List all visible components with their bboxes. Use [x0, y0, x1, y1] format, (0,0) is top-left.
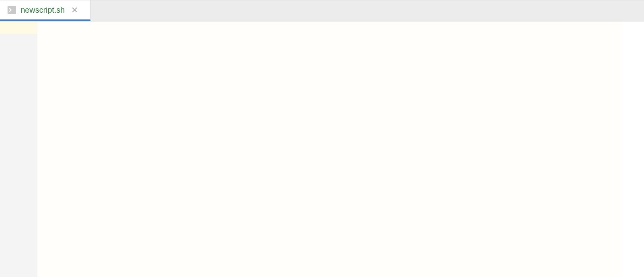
gutter-current-line-highlight — [0, 21, 37, 34]
gutter[interactable] — [0, 21, 37, 277]
svg-rect-0 — [8, 6, 16, 14]
code-editor[interactable] — [37, 21, 622, 277]
tab-bar: newscript.sh — [0, 0, 644, 21]
editor-area — [0, 21, 644, 277]
shell-file-icon — [7, 5, 17, 15]
editor-window: newscript.sh — [0, 0, 644, 277]
tab-filename: newscript.sh — [21, 6, 65, 15]
tab-newscript[interactable]: newscript.sh — [0, 0, 91, 21]
close-tab-icon[interactable] — [71, 6, 78, 13]
right-gutter — [622, 21, 644, 277]
